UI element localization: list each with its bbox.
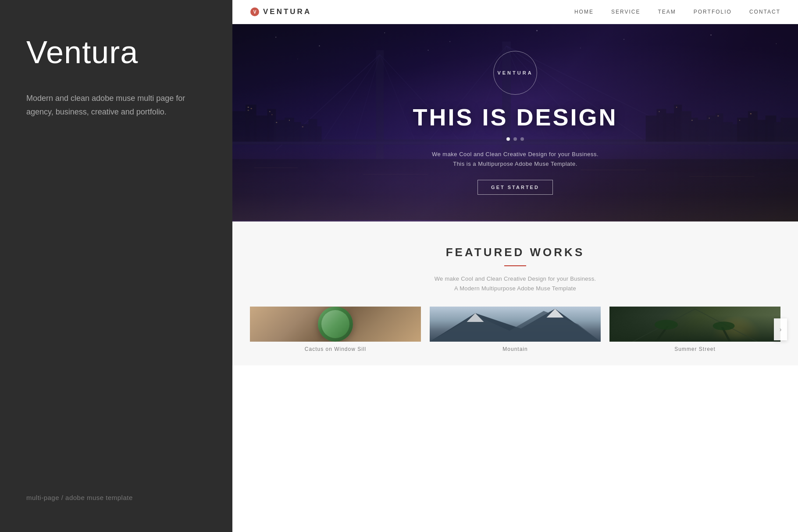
featured-title: FEATURED WORKS [250,246,780,259]
featured-grid: Cactus on Window Sill Mountain [250,307,780,352]
right-panel: V VENTURA HOME SERVICE TEAM PORTFOLIO CO… [232,0,798,532]
left-top: Ventura Modern and clean adobe muse mult… [26,35,206,118]
left-panel: Ventura Modern and clean adobe muse mult… [0,0,232,532]
portfolio-thumb-mountain [430,307,601,342]
hero-subtitle: We make Cool and Clean Creative Design f… [432,150,598,169]
scroll-right-arrow[interactable]: › [774,318,787,340]
product-description: Modern and clean adobe muse multi page f… [26,92,193,118]
street-svg [609,307,780,342]
nav-portfolio[interactable]: PORTFOLIO [694,9,732,15]
portfolio-item-2[interactable]: Mountain [430,307,601,352]
hero-dots [506,137,524,141]
hero-title: THIS IS DESIGN [413,104,617,131]
portfolio-item-3[interactable]: Summer Street [609,307,780,352]
featured-divider [504,265,526,266]
featured-header: FEATURED WORKS We make Cool and Clean Cr… [250,246,780,293]
nav-service[interactable]: SERVICE [611,9,640,15]
portfolio-label-2: Mountain [430,342,601,352]
navbar-brand[interactable]: V VENTURA [250,7,311,17]
mountain-svg [430,307,601,342]
cactus-inner [321,310,349,338]
hero-dot-3[interactable] [520,137,524,141]
left-footer-label: multi-page / adobe muse template [26,494,206,501]
portfolio-label-1: Cactus on Window Sill [250,342,421,352]
nav-contact[interactable]: CONTACT [749,9,780,15]
hero-dot-1[interactable] [506,137,510,141]
nav-team[interactable]: TEAM [658,9,676,15]
hero-section: VENTURA THIS IS DESIGN We make Cool and … [232,24,798,221]
featured-section: FEATURED WORKS We make Cool and Clean Cr… [232,221,798,365]
svg-text:V: V [253,10,256,14]
featured-description: We make Cool and Clean Creative Design f… [250,274,780,293]
hero-dot-2[interactable] [513,137,517,141]
portfolio-item-1[interactable]: Cactus on Window Sill [250,307,421,352]
portfolio-thumb-street [609,307,780,342]
brand-name: VENTURA [263,7,311,16]
cactus-circle [318,307,353,342]
hero-cta-button[interactable]: GET STARTED [477,180,553,195]
navbar-links: HOME SERVICE TEAM PORTFOLIO CONTACT [574,9,780,15]
navbar: V VENTURA HOME SERVICE TEAM PORTFOLIO CO… [232,0,798,24]
portfolio-thumb-cactus [250,307,421,342]
hero-logo-text: VENTURA [497,70,533,75]
nav-home[interactable]: HOME [574,9,594,15]
svg-point-85 [655,320,678,330]
product-title: Ventura [26,35,206,70]
ventura-logo-icon: V [250,7,260,17]
hero-logo-circle: VENTURA [493,51,537,95]
hero-content: VENTURA THIS IS DESIGN We make Cool and … [232,24,798,221]
svg-point-87 [713,321,735,330]
portfolio-label-3: Summer Street [609,342,780,352]
